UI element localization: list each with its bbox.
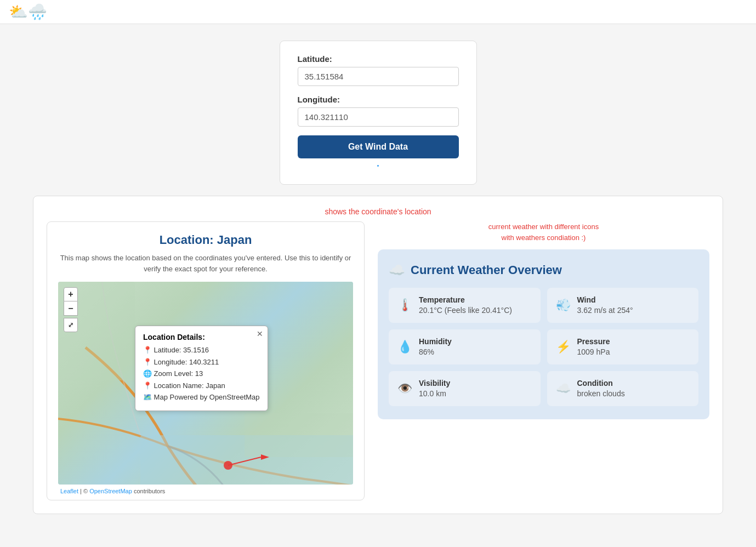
dot-indicator: • [298,163,459,169]
thermometer-icon: 🌡️ [397,298,412,312]
popup-longitude: 📍 Longitude: 140.3211 [143,357,260,368]
coordinate-form: Latitude: Longitude: Get Wind Data • [280,41,477,185]
popup-location-name: 📍 Location Name: Japan [143,380,260,391]
svg-marker-5 [261,454,269,460]
leaflet-link[interactable]: Leaflet [60,488,78,494]
pressure-label: Pressure [577,337,610,346]
main-content: Latitude: Longitude: Get Wind Data • sho… [0,24,756,542]
weather-tile-wind: 💨 Wind 3.62 m/s at 254° [547,288,699,323]
popup-title: Location Details: [143,333,260,341]
weather-tile-humidity: 💧 Humidity 86% [389,329,541,364]
latitude-label: Latitude: [298,54,459,64]
map-container: + − ⤢ [58,282,353,485]
weather-tile-temperature: 🌡️ Temperature 20.1°C (Feels like 20.41°… [389,288,541,323]
svg-point-3 [224,461,232,470]
visibility-info: Visibility 10.0 km [419,379,450,398]
visibility-value: 10.0 km [419,389,446,398]
popup-latitude: 📍 Latitude: 35.1516 [143,345,260,356]
weather-tile-pressure: ⚡ Pressure 1009 hPa [547,329,699,364]
weather-grid: 🌡️ Temperature 20.1°C (Feels like 20.41°… [389,288,698,406]
map-description: This map shows the location based on the… [58,253,353,274]
popup-map-credit: 🗺️ Map Powered by OpenStreetMap [143,392,260,403]
wind-info: Wind 3.62 m/s at 254° [577,295,633,315]
weather-hint: current weather with different icons wit… [378,221,709,243]
pressure-value: 1009 hPa [577,347,610,356]
pressure-info: Pressure 1009 hPa [577,337,610,357]
openstreetmap-link[interactable]: OpenStreetMap [89,488,132,494]
longitude-input[interactable] [298,107,459,127]
condition-info: Condition broken clouds [577,379,625,398]
zoom-in-button[interactable]: + [64,287,78,301]
map-controls[interactable]: + − ⤢ [64,287,78,332]
get-wind-button[interactable]: Get Wind Data [298,135,459,158]
temperature-info: Temperature 20.1°C (Feels like 20.41°C) [419,295,512,315]
humidity-icon: 💧 [397,340,412,354]
weather-tile-condition: ☁️ Condition broken clouds [547,371,699,406]
humidity-label: Humidity [419,337,452,346]
popup-close-button[interactable]: ✕ [257,329,263,338]
map-popup: ✕ Location Details: 📍 Latitude: 35.1516 … [135,326,268,411]
pressure-icon: ⚡ [556,340,571,354]
temperature-value: 20.1°C (Feels like 20.41°C) [419,306,512,315]
humidity-info: Humidity 86% [419,337,452,357]
map-footer: Leaflet | © OpenStreetMap contributors [58,488,353,494]
temperature-label: Temperature [419,295,512,304]
condition-icon: ☁️ [556,381,571,396]
fullscreen-button[interactable]: ⤢ [64,318,78,332]
humidity-value: 86% [419,347,434,356]
map-panel: Location: Japan This map shows the locat… [47,221,365,500]
svg-line-4 [228,457,261,465]
svg-rect-2 [245,413,353,457]
weather-hint-line1: current weather with different icons [488,223,599,231]
wind-label: Wind [577,295,633,304]
weather-card-header: ☁️ Current Weather Overview [389,263,698,278]
latitude-input[interactable] [298,67,459,86]
map-footer-separator: | © [80,488,89,494]
map-footer-contributors: contributors [134,488,165,494]
zoom-out-button[interactable]: − [64,301,78,316]
app-logo: ⛅🌧️ [9,3,47,21]
map-background: + − ⤢ [58,282,353,485]
weather-cloud-icon: ☁️ [389,263,405,278]
weather-card-title: Current Weather Overview [411,263,562,277]
wind-value: 3.62 m/s at 254° [577,306,633,315]
map-title: Location: Japan [58,233,353,247]
section-hint: shows the coordinate's location [47,207,709,216]
svg-rect-0 [140,435,353,485]
popup-zoom: 🌐 Zoom Level: 13 [143,368,260,379]
longitude-label: Longitude: [298,95,459,104]
weather-card: ☁️ Current Weather Overview 🌡️ Temperatu… [378,249,709,419]
condition-value: broken clouds [577,389,625,398]
wind-icon: 💨 [556,298,571,312]
section-container: shows the coordinate's location Location… [33,196,723,514]
weather-panel: current weather with different icons wit… [378,221,709,419]
weather-hint-line2: with weathers condiation :) [502,233,586,242]
weather-tile-visibility: 👁️ Visibility 10.0 km [389,371,541,406]
header: ⛅🌧️ [0,0,756,24]
two-col-layout: Location: Japan This map shows the locat… [47,221,709,500]
visibility-icon: 👁️ [397,381,412,396]
condition-label: Condition [577,379,625,388]
visibility-label: Visibility [419,379,450,388]
